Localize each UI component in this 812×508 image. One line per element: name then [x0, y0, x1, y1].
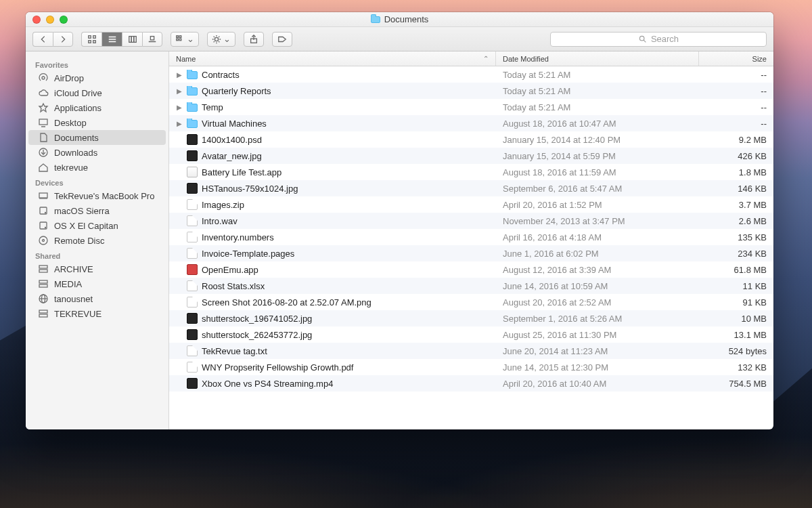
documents-icon: [38, 132, 49, 143]
desktop-icon: [38, 117, 49, 128]
sidebar-item[interactable]: Desktop: [28, 115, 166, 130]
column-view-button[interactable]: [122, 32, 142, 47]
file-row[interactable]: Inventory.numbersApril 16, 2016 at 4:18 …: [169, 229, 773, 245]
file-row[interactable]: TekRevue tag.txtJune 20, 2014 at 11:23 A…: [169, 343, 773, 359]
file-row[interactable]: ▶Virtual MachinesAugust 18, 2016 at 10:4…: [169, 115, 773, 131]
file-date: April 16, 2016 at 4:18 AM: [496, 232, 699, 242]
file-size: --: [699, 70, 773, 80]
tags-button[interactable]: [272, 32, 292, 47]
sidebar-item-label: TekRevue's MacBook Pro: [54, 191, 154, 201]
sidebar-item[interactable]: MEDIA: [28, 276, 166, 291]
file-size: --: [699, 119, 773, 129]
disclosure-triangle-icon[interactable]: ▶: [176, 104, 183, 111]
file-row[interactable]: HSTanous-759x1024.jpgSeptember 6, 2016 a…: [169, 180, 773, 196]
back-button[interactable]: [32, 32, 53, 47]
optical-icon: [38, 235, 49, 246]
server-icon: [38, 308, 49, 319]
sidebar-item-label: tekrevue: [54, 163, 88, 173]
file-row[interactable]: 1400x1400.psdJanuary 15, 2014 at 12:40 P…: [169, 131, 773, 148]
svg-point-41: [43, 240, 45, 242]
file-row[interactable]: Invoice-Template.pagesJune 1, 2016 at 6:…: [169, 245, 773, 261]
file-list: Name ⌃ Date Modified Size ▶ContractsToda…: [169, 51, 773, 429]
file-row[interactable]: Battery Life Test.appAugust 18, 2016 at …: [169, 164, 773, 180]
window-zoom-button[interactable]: [60, 16, 68, 24]
svg-rect-12: [177, 35, 179, 37]
server-icon: [38, 278, 49, 289]
columns-header: Name ⌃ Date Modified Size: [169, 51, 773, 66]
file-icon: [187, 345, 198, 356]
disclosure-triangle-icon[interactable]: ▶: [176, 71, 183, 79]
file-icon: [187, 329, 198, 340]
sidebar-item[interactable]: iCloud Drive: [28, 85, 166, 100]
sidebar-item[interactable]: macOS Sierra: [28, 203, 166, 218]
sidebar-item[interactable]: AirDrop: [28, 70, 166, 85]
window-minimize-button[interactable]: [46, 16, 54, 24]
column-header-date[interactable]: Date Modified: [496, 51, 699, 66]
file-row[interactable]: ▶ContractsToday at 5:21 AM--: [169, 66, 773, 83]
file-icon: [187, 248, 198, 259]
disclosure-triangle-icon[interactable]: ▶: [176, 120, 183, 127]
sidebar-item[interactable]: OS X El Capitan: [28, 218, 166, 233]
sidebar-item[interactable]: Applications: [28, 100, 166, 115]
svg-rect-49: [39, 310, 47, 313]
file-row[interactable]: Screen Shot 2016-08-20 at 2.52.07 AM.png…: [169, 294, 773, 310]
folder-icon: [371, 16, 380, 23]
file-row[interactable]: Xbox One vs PS4 Streaming.mp4April 20, 2…: [169, 375, 773, 391]
window-title: Documents: [371, 14, 429, 24]
sidebar-item[interactable]: Downloads: [28, 145, 166, 160]
file-date: Today at 5:21 AM: [496, 70, 699, 80]
file-size: 234 KB: [699, 249, 773, 259]
disk-icon: [38, 220, 49, 231]
sidebar-item[interactable]: ARCHIVE: [28, 261, 166, 276]
file-row[interactable]: shutterstock_262453772.jpgAugust 25, 201…: [169, 326, 773, 343]
sidebar-item[interactable]: TEKREVUE: [28, 306, 166, 321]
sidebar-item[interactable]: tanousnet: [28, 291, 166, 306]
column-header-name[interactable]: Name ⌃: [169, 51, 496, 66]
window-close-button[interactable]: [32, 16, 41, 24]
file-icon: [187, 280, 198, 291]
forward-button[interactable]: [53, 32, 73, 47]
search-input[interactable]: Search: [550, 32, 767, 47]
file-row[interactable]: WNY Propserity Fellowship Growth.pdfJune…: [169, 359, 773, 375]
sidebar-item[interactable]: TekRevue's MacBook Pro: [28, 188, 166, 203]
file-size: 426 KB: [699, 151, 773, 161]
file-icon: [187, 215, 198, 226]
file-name: Images.zip: [202, 200, 244, 210]
coverflow-view-button[interactable]: [142, 32, 162, 47]
svg-rect-15: [179, 39, 181, 41]
computer-icon: [38, 190, 49, 201]
sidebar-item[interactable]: tekrevue: [28, 160, 166, 175]
file-row[interactable]: Avatar_new.jpgJanuary 15, 2014 at 5:59 P…: [169, 148, 773, 164]
sidebar-item[interactable]: Remote Disc: [28, 233, 166, 248]
sidebar-section-title: Favorites: [26, 57, 168, 70]
sidebar: FavoritesAirDropiCloud DriveApplications…: [26, 51, 169, 429]
svg-rect-34: [39, 193, 47, 198]
file-rows[interactable]: ▶ContractsToday at 5:21 AM--▶Quarterly R…: [169, 66, 773, 429]
sidebar-item-label: OS X El Capitan: [54, 221, 118, 231]
sidebar-item[interactable]: Documents: [28, 130, 166, 145]
share-button[interactable]: [244, 32, 264, 47]
file-row[interactable]: shutterstock_196741052.jpgSeptember 1, 2…: [169, 310, 773, 326]
file-name: OpenEmu.app: [202, 265, 258, 275]
file-row[interactable]: OpenEmu.appAugust 12, 2016 at 3:39 AM61.…: [169, 261, 773, 278]
sidebar-item-label: Desktop: [54, 118, 87, 128]
icon-view-button[interactable]: [81, 32, 102, 47]
file-row[interactable]: Intro.wavNovember 24, 2013 at 3:47 PM2.6…: [169, 213, 773, 229]
action-button[interactable]: ⌄: [207, 32, 235, 47]
toolbar: ⌄ ⌄ Search: [26, 27, 773, 51]
file-row[interactable]: Images.zipApril 20, 2016 at 1:52 PM3.7 M…: [169, 196, 773, 213]
column-header-size[interactable]: Size: [699, 51, 773, 66]
svg-rect-44: [39, 280, 47, 283]
disclosure-triangle-icon[interactable]: ▶: [176, 87, 183, 95]
file-row[interactable]: ▶TempToday at 5:21 AM--: [169, 99, 773, 115]
file-row[interactable]: Roost Stats.xlsxJune 14, 2016 at 10:59 A…: [169, 278, 773, 294]
file-name: WNY Propserity Fellowship Growth.pdf: [202, 362, 353, 373]
arrange-button[interactable]: ⌄: [171, 32, 199, 47]
file-name: TekRevue tag.txt: [202, 346, 267, 356]
globe-icon: [38, 293, 49, 304]
sidebar-item-label: AirDrop: [54, 73, 84, 83]
file-row[interactable]: ▶Quarterly ReportsToday at 5:21 AM--: [169, 83, 773, 99]
file-date: August 18, 2016 at 10:47 AM: [496, 119, 699, 129]
list-view-button[interactable]: [102, 32, 122, 47]
sidebar-section-title: Devices: [26, 175, 168, 188]
